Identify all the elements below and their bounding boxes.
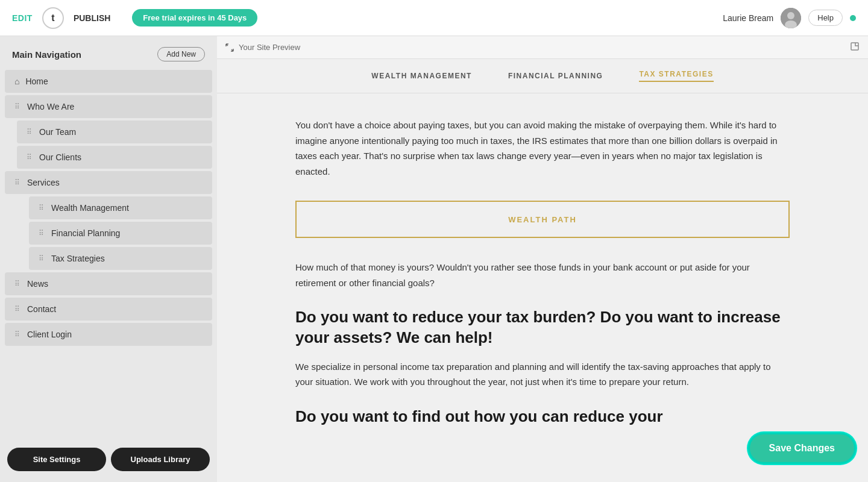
nav-item-label: Client Login xyxy=(27,330,72,339)
help-button[interactable]: Help xyxy=(808,10,843,26)
drag-handle-icon: ⠿ xyxy=(39,254,44,263)
notification-dot xyxy=(850,15,856,21)
svg-point-1 xyxy=(787,12,794,19)
nav-item-financial-planning[interactable]: ⠿ Financial Planning xyxy=(29,222,212,245)
preview-content: WEALTH MANAGEMENT FINANCIAL PLANNING TAX… xyxy=(217,59,868,482)
trial-badge: Free trial expires in 45 Days xyxy=(132,9,257,27)
top-bar: EDIT t PUBLISH Free trial expires in 45 … xyxy=(0,0,868,36)
publish-button[interactable]: PUBLISH xyxy=(74,13,110,23)
reduce-heading: Do you want to find out how you can redu… xyxy=(295,407,790,427)
drag-handle-icon: ⠿ xyxy=(14,178,20,187)
cta-heading: Do you want to reduce your tax burden? D… xyxy=(295,307,790,348)
drag-handle-icon: ⠿ xyxy=(39,229,44,237)
top-bar-left: EDIT t PUBLISH Free trial expires in 45 … xyxy=(12,7,257,29)
drag-handle-icon: ⠿ xyxy=(27,153,32,161)
intro-text: You don't have a choice about paying tax… xyxy=(295,117,790,179)
edit-button[interactable]: EDIT xyxy=(12,13,33,23)
sidebar-header: Main Navigation Add New xyxy=(0,36,217,69)
drag-handle-icon: ⠿ xyxy=(14,330,20,339)
preview-label: Your Site Preview xyxy=(239,43,300,52)
drag-handle-icon: ⠿ xyxy=(14,102,20,111)
nav-item-label: Our Team xyxy=(39,127,76,137)
main-layout: Main Navigation Add New ⌂ Home ⠿ Who We … xyxy=(0,36,868,482)
secondary-text: How much of that money is yours? Wouldn'… xyxy=(295,260,790,290)
svg-rect-3 xyxy=(851,43,858,50)
nav-item-label: Who We Are xyxy=(27,102,74,111)
preview-topbar-left: Your Site Preview xyxy=(225,43,300,52)
specialize-text: We specialize in personal income tax pre… xyxy=(295,359,790,390)
nav-item-our-clients[interactable]: ⠿ Our Clients xyxy=(17,146,212,169)
nav-item-tax-strategies[interactable]: ⠿ Tax Strategies xyxy=(29,247,212,270)
drag-handle-icon: ⠿ xyxy=(39,204,44,212)
arrows-icon xyxy=(225,43,234,52)
nav-item-label: Tax Strategies xyxy=(51,254,105,263)
sidebar-footer: Site Settings Uploads Library xyxy=(0,439,217,476)
nav-item-wealth-management[interactable]: ⠿ Wealth Management xyxy=(29,196,212,219)
site-nav-financial-planning[interactable]: FINANCIAL PLANNING xyxy=(508,72,603,80)
nav-item-label: Our Clients xyxy=(39,152,81,162)
nav-item-our-team[interactable]: ⠿ Our Team xyxy=(17,120,212,143)
drag-handle-icon: ⠿ xyxy=(14,305,20,313)
user-avatar[interactable] xyxy=(781,8,801,28)
nav-item-news[interactable]: ⠿ News xyxy=(5,272,212,295)
nav-item-label: News xyxy=(27,279,48,289)
nav-item-contact[interactable]: ⠿ Contact xyxy=(5,298,212,321)
nav-item-label: Wealth Management xyxy=(51,203,129,213)
preview-area: Your Site Preview WEALTH MANAGEMENT FINA… xyxy=(217,36,868,482)
site-nav-wealth-management[interactable]: WEALTH MANAGEMENT xyxy=(371,72,472,80)
save-changes-button[interactable]: Save Changes xyxy=(748,433,856,464)
site-settings-button[interactable]: Site Settings xyxy=(7,448,106,471)
home-icon: ⌂ xyxy=(14,77,19,86)
user-name: Laurie Bream xyxy=(723,13,773,23)
nav-item-label: Services xyxy=(27,178,60,187)
nav-item-client-login[interactable]: ⠿ Client Login xyxy=(5,323,212,346)
add-new-button[interactable]: Add New xyxy=(157,47,205,61)
wealth-path-box: WEALTH PATH xyxy=(295,201,790,238)
nav-item-services[interactable]: ⠿ Services xyxy=(5,171,212,194)
preview-topbar: Your Site Preview xyxy=(217,36,868,59)
nav-item-label: Contact xyxy=(27,304,56,314)
nav-item-who-we-are[interactable]: ⠿ Who We Are xyxy=(5,95,212,118)
drag-handle-icon: ⠿ xyxy=(27,128,32,136)
expand-button[interactable] xyxy=(850,42,860,54)
site-nav: WEALTH MANAGEMENT FINANCIAL PLANNING TAX… xyxy=(217,59,868,93)
sidebar-title: Main Navigation xyxy=(12,49,81,60)
drag-handle-icon: ⠿ xyxy=(14,280,20,288)
logo-circle: t xyxy=(42,7,64,29)
nav-item-label: Financial Planning xyxy=(51,228,120,238)
top-bar-right: Laurie Bream Help xyxy=(723,8,856,28)
nav-item-label: Home xyxy=(25,77,48,86)
content-body: You don't have a choice about paying tax… xyxy=(283,93,802,451)
site-nav-tax-strategies[interactable]: TAX STRATEGIES xyxy=(639,70,713,82)
sidebar: Main Navigation Add New ⌂ Home ⠿ Who We … xyxy=(0,36,217,482)
wealth-path-label: WEALTH PATH xyxy=(508,215,577,224)
nav-item-home[interactable]: ⌂ Home xyxy=(5,70,212,93)
uploads-library-button[interactable]: Uploads Library xyxy=(111,448,210,471)
